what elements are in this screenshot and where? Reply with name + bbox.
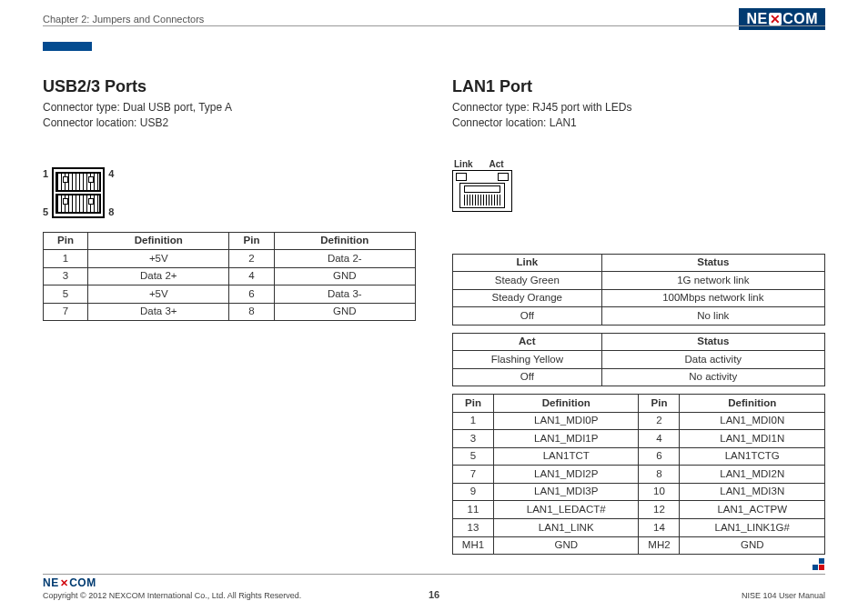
chapter-title: Chapter 2: Jumpers and Connectors (43, 14, 204, 25)
chapter-tab (43, 42, 92, 51)
rj45-labels: Link Act (454, 159, 825, 169)
lan-title: LAN1 Port (452, 77, 825, 96)
act-th-act: Act (453, 333, 602, 351)
usb-port-top (56, 172, 101, 192)
usb-th-pin-b: Pin (229, 232, 274, 250)
table-row: Flashing Yellow Data activity (453, 351, 825, 369)
nexcom-footer-logo: NE✕COM (43, 576, 301, 589)
page-footer: NE✕COM Copyright © 2012 NEXCOM Internati… (43, 576, 825, 600)
usb-pin-labels-right: 4 8 (108, 166, 114, 219)
rj45-port-icon (459, 183, 505, 208)
footer-left: NE✕COM Copyright © 2012 NEXCOM Internati… (43, 576, 301, 600)
manual-title: NISE 104 User Manual (742, 591, 825, 600)
logo-x-icon: ✕ (60, 577, 69, 589)
lan-th-def-b: Definition (680, 395, 825, 413)
rj45-icon (452, 170, 512, 212)
lan-section: LAN1 Port Connector type: RJ45 port with… (452, 77, 825, 555)
usb-pin-1: 1 (43, 168, 48, 179)
rj45-link-label: Link (454, 159, 473, 169)
logo-x-icon: ✕ (769, 13, 782, 25)
usb-th-pin-a: Pin (44, 232, 88, 250)
usb-title: USB2/3 Ports (43, 77, 416, 96)
page-number: 16 (429, 589, 439, 600)
rj45-leds (453, 171, 511, 181)
content-area: USB2/3 Ports Connector type: Dual USB po… (43, 77, 825, 555)
header-rule (43, 25, 825, 26)
lan-connector-type: Connector type: RJ45 port with LEDs (452, 100, 825, 115)
rj45-act-label: Act (490, 159, 504, 169)
act-th-status: Status (601, 333, 824, 351)
usb-connector-location: Connector location: USB2 (43, 115, 416, 131)
table-row: MH1GNDMH2GND (453, 536, 825, 555)
lan-act-table: Act Status Flashing Yellow Data activity… (452, 333, 825, 387)
table-row: 7 Data 3+ 8 GND (44, 303, 416, 321)
lan-th-def-a: Definition (493, 395, 639, 413)
usb-connector-type: Connector type: Dual USB port, Type A (43, 100, 416, 115)
table-row: Steady Orange 100Mbps network link (453, 289, 825, 307)
page: Chapter 2: Jumpers and Connectors NE✕COM… (0, 0, 868, 611)
nexcom-logo: NE✕COM (739, 8, 825, 30)
lan-link-table: Link Status Steady Green 1G network link… (452, 254, 825, 326)
table-row: Off No link (453, 307, 825, 326)
table-row: 13LAN1_LINK14LAN1_LINK1G# (453, 519, 825, 537)
lan-th-pin-a: Pin (453, 395, 494, 413)
table-row: 3LAN1_MDI1P4LAN1_MDI1N (453, 430, 825, 448)
table-row: 5 +5V 6 Data 3- (44, 285, 416, 304)
table-row: 9LAN1_MDI3P10LAN1_MDI3N (453, 483, 825, 501)
table-row: 5LAN1TCT6LAN1TCTG (453, 447, 825, 466)
table-row: 7LAN1_MDI2P8LAN1_MDI2N (453, 466, 825, 484)
usb-pin-labels-left: 1 5 (43, 166, 48, 219)
link-th-link: Link (453, 254, 602, 272)
link-th-status: Status (601, 254, 824, 272)
rj45-diagram: Link Act (452, 159, 825, 212)
lan-pin-table: Pin Definition Pin Definition 1LAN1_MDI0… (452, 394, 825, 555)
corner-mark-icon (812, 558, 825, 571)
usb-pin-5: 5 (43, 206, 48, 217)
usb-section: USB2/3 Ports Connector type: Dual USB po… (43, 77, 416, 555)
table-row: 1LAN1_MDI0P2LAN1_MDI0N (453, 412, 825, 430)
usb-pin-8: 8 (108, 206, 114, 217)
table-header-row: Link Status (453, 254, 825, 272)
rj45-led-link (456, 173, 467, 181)
usb-connector-icon (52, 167, 105, 218)
usb-connector-diagram: 1 5 4 8 (43, 166, 416, 219)
table-header-row: Pin Definition Pin Definition (44, 232, 416, 250)
usb-th-def-a: Definition (88, 232, 229, 250)
lan-connector-location: Connector location: LAN1 (452, 115, 825, 131)
usb-port-bottom (56, 194, 101, 214)
table-row: 1 +5V 2 Data 2- (44, 250, 416, 268)
usb-pin-4: 4 (108, 168, 114, 179)
usb-th-def-b: Definition (274, 232, 415, 250)
usb-pin-table: Pin Definition Pin Definition 1 +5V 2 Da… (43, 232, 416, 322)
table-header-row: Act Status (453, 333, 825, 351)
table-row: Off No activity (453, 368, 825, 386)
rj45-led-act (498, 173, 509, 181)
copyright-text: Copyright © 2012 NEXCOM International Co… (43, 591, 301, 600)
table-header-row: Pin Definition Pin Definition (453, 395, 825, 413)
table-row: 3 Data 2+ 4 GND (44, 267, 416, 285)
lan-th-pin-b: Pin (639, 395, 680, 413)
footer-rule (43, 574, 825, 575)
table-row: Steady Green 1G network link (453, 272, 825, 290)
page-header: Chapter 2: Jumpers and Connectors NE✕COM (0, 0, 868, 33)
table-row: 11LAN1_LEDACT#12LAN1_ACTPW (453, 501, 825, 519)
